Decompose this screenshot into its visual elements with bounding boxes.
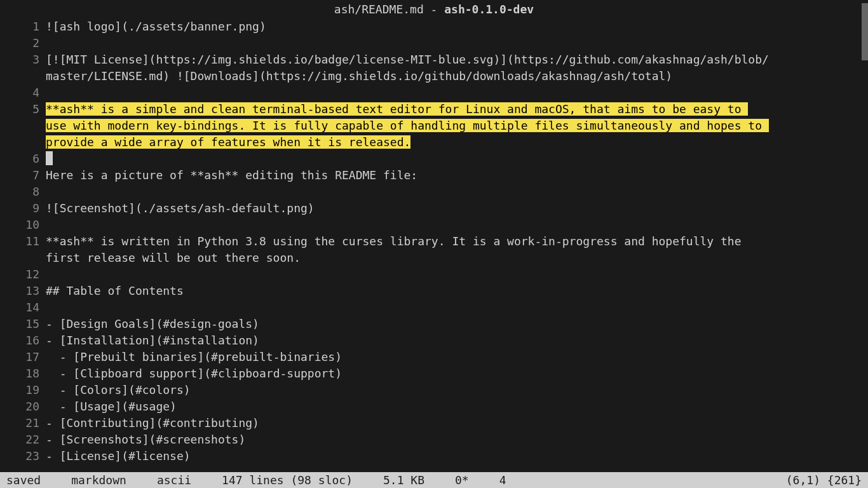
line-number: 15 xyxy=(0,316,46,332)
line-content[interactable]: - [Clipboard support](#clipboard-support… xyxy=(46,365,868,382)
file-path: ash/README.md xyxy=(334,3,424,16)
line-content[interactable]: master/LICENSE.md) ![Downloads](https://… xyxy=(46,68,868,85)
line-number: 20 xyxy=(0,398,46,415)
editor-line[interactable]: 19 - [Colors](#colors) xyxy=(0,382,868,398)
line-number xyxy=(0,68,46,85)
editor-line[interactable]: 2 xyxy=(0,35,868,51)
line-number: 17 xyxy=(0,349,46,365)
editor-line[interactable]: 23- [License](#license) xyxy=(0,448,868,464)
line-content[interactable]: Here is a picture of **ash** editing thi… xyxy=(46,167,868,184)
line-content[interactable]: - [Colors](#colors) xyxy=(46,382,868,398)
line-content[interactable]: - [Usage](#usage) xyxy=(46,398,868,415)
line-content[interactable]: - [Contributing](#contributing) xyxy=(46,415,868,431)
line-number xyxy=(0,134,46,151)
line-content[interactable]: ## Table of Contents xyxy=(46,283,868,299)
editor-line[interactable]: 21- [Contributing](#contributing) xyxy=(0,415,868,431)
editor-line[interactable]: 14 xyxy=(0,299,868,316)
line-content[interactable] xyxy=(46,299,868,316)
line-number: 4 xyxy=(0,85,46,101)
status-size: 5.1 KB xyxy=(383,473,424,487)
line-content[interactable] xyxy=(46,184,868,200)
line-content[interactable]: **ash** is written in Python 3.8 using t… xyxy=(46,233,868,250)
line-content[interactable]: - [Installation](#installation) xyxy=(46,332,868,349)
editor-line[interactable]: 10 xyxy=(0,217,868,233)
line-number: 7 xyxy=(0,167,46,184)
editor-line[interactable]: 13## Table of Contents xyxy=(0,283,868,299)
editor-line[interactable]: 5**ash** is a simple and clean terminal-… xyxy=(0,101,868,118)
line-content[interactable] xyxy=(46,266,868,283)
line-number: 5 xyxy=(0,101,46,118)
line-content[interactable]: use with modern key-bindings. It is full… xyxy=(46,118,868,134)
status-modified: 0* xyxy=(455,473,469,487)
line-number: 19 xyxy=(0,382,46,398)
line-number: 18 xyxy=(0,365,46,382)
editor-line-wrapped[interactable]: provide a wide array of features when it… xyxy=(0,134,868,151)
editor-line[interactable]: 12 xyxy=(0,266,868,283)
line-content[interactable]: - [License](#license) xyxy=(46,448,868,464)
line-content[interactable] xyxy=(46,217,868,233)
line-content[interactable]: - [Prebuilt binaries](#prebuilt-binaries… xyxy=(46,349,868,365)
status-language: markdown xyxy=(71,473,126,487)
status-position: (6,1) {261} xyxy=(786,473,862,487)
line-number: 10 xyxy=(0,217,46,233)
line-content[interactable]: - [Screenshots](#screenshots) xyxy=(46,431,868,448)
editor-area[interactable]: 1![ash logo](./assets/banner.png)23[![MI… xyxy=(0,18,868,464)
line-content[interactable]: first release will be out there soon. xyxy=(46,250,868,266)
editor-line[interactable]: 18 - [Clipboard support](#clipboard-supp… xyxy=(0,365,868,382)
line-number xyxy=(0,250,46,266)
line-number: 13 xyxy=(0,283,46,299)
editor-line[interactable]: 22- [Screenshots](#screenshots) xyxy=(0,431,868,448)
line-number: 12 xyxy=(0,266,46,283)
title-bar: ash/README.md - ash-0.1.0-dev xyxy=(0,0,868,18)
line-content[interactable] xyxy=(46,35,868,51)
line-number: 22 xyxy=(0,431,46,448)
editor-line[interactable]: 15- [Design Goals](#design-goals) xyxy=(0,316,868,332)
line-content[interactable] xyxy=(46,85,868,101)
editor-line-wrapped[interactable]: first release will be out there soon. xyxy=(0,250,868,266)
cursor xyxy=(46,151,53,165)
line-content[interactable]: **ash** is a simple and clean terminal-b… xyxy=(46,101,868,118)
line-number: 14 xyxy=(0,299,46,316)
scrollbar[interactable] xyxy=(862,3,868,60)
line-content[interactable]: - [Design Goals](#design-goals) xyxy=(46,316,868,332)
editor-line[interactable]: 11**ash** is written in Python 3.8 using… xyxy=(0,233,868,250)
editor-line[interactable]: 3[![MIT License](https://img.shields.io/… xyxy=(0,51,868,68)
editor-line[interactable]: 9![Screenshot](./assets/ash-default.png) xyxy=(0,200,868,217)
editor-line-wrapped[interactable]: use with modern key-bindings. It is full… xyxy=(0,118,868,134)
line-content[interactable]: ![ash logo](./assets/banner.png) xyxy=(46,18,868,35)
line-number: 23 xyxy=(0,448,46,464)
editor-line[interactable]: 7Here is a picture of **ash** editing th… xyxy=(0,167,868,184)
line-number: 9 xyxy=(0,200,46,217)
editor-line[interactable]: 17 - [Prebuilt binaries](#prebuilt-binar… xyxy=(0,349,868,365)
line-number: 1 xyxy=(0,18,46,35)
editor-line[interactable]: 16- [Installation](#installation) xyxy=(0,332,868,349)
line-number: 2 xyxy=(0,35,46,51)
app-name: ash-0.1.0-dev xyxy=(444,3,534,16)
editor-line[interactable]: 8 xyxy=(0,184,868,200)
editor-line[interactable]: 4 xyxy=(0,85,868,101)
line-number: 8 xyxy=(0,184,46,200)
status-tabwidth: 4 xyxy=(499,473,506,487)
status-saved: saved xyxy=(6,473,41,487)
editor-line[interactable]: 6 xyxy=(0,151,868,167)
line-content[interactable] xyxy=(46,151,868,167)
line-number: 21 xyxy=(0,415,46,431)
editor-line[interactable]: 1![ash logo](./assets/banner.png) xyxy=(0,18,868,35)
line-content[interactable]: [![MIT License](https://img.shields.io/b… xyxy=(46,51,868,68)
line-content[interactable]: ![Screenshot](./assets/ash-default.png) xyxy=(46,200,868,217)
line-number: 11 xyxy=(0,233,46,250)
line-number: 16 xyxy=(0,332,46,349)
editor-line-wrapped[interactable]: master/LICENSE.md) ![Downloads](https://… xyxy=(0,68,868,85)
line-number: 3 xyxy=(0,51,46,68)
editor-line[interactable]: 20 - [Usage](#usage) xyxy=(0,398,868,415)
line-number: 6 xyxy=(0,151,46,167)
status-bar: saved markdown ascii 147 lines (98 sloc)… xyxy=(0,472,868,488)
status-lines: 147 lines (98 sloc) xyxy=(222,473,353,487)
status-encoding: ascii xyxy=(157,473,191,487)
line-content[interactable]: provide a wide array of features when it… xyxy=(46,134,868,151)
line-number xyxy=(0,118,46,134)
